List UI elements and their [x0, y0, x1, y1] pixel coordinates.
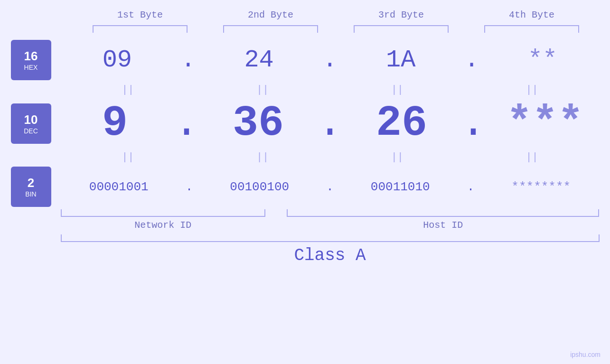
bin-val-3: 00011010	[371, 180, 430, 194]
bin-val-1: 00001001	[89, 180, 149, 194]
bracket-top-2	[223, 25, 318, 33]
bin-val-2-container: 00100100	[207, 180, 312, 194]
bin-badge-label: BIN	[25, 190, 36, 198]
hex-badge: 16 HEX	[11, 40, 51, 80]
hex-val-2-container: 24	[207, 46, 311, 74]
bin-dot-2: .	[326, 180, 334, 194]
class-row: Class A	[11, 246, 600, 265]
outer-bracket	[61, 234, 600, 242]
dec-val-2-container: 36	[206, 99, 310, 148]
dec-val-2: 36	[233, 99, 284, 148]
byte-4-header: 4th Byte	[479, 9, 584, 20]
top-brackets	[75, 25, 597, 33]
bin-dot-1: .	[186, 180, 193, 194]
hex-val-4-container: **	[490, 46, 595, 74]
main-container: 1st Byte 2nd Byte 3rd Byte 4th Byte 16 H…	[0, 0, 610, 364]
bin-badge-number: 2	[28, 176, 34, 190]
hex-val-3: 1A	[386, 46, 415, 74]
dec-values-row: 9 . 36 . 26 . ***	[61, 99, 600, 148]
hex-dot-2: .	[322, 46, 337, 74]
dec-badge: 10 DEC	[11, 103, 51, 144]
equals-row-1: || || || ||	[11, 80, 600, 99]
equals-2-2: ||	[210, 151, 315, 163]
bracket-top-4	[484, 25, 579, 33]
hex-val-1: 09	[103, 46, 132, 74]
byte-2-header: 2nd Byte	[218, 9, 323, 20]
equals-2-3: ||	[345, 151, 450, 163]
hex-val-1-container: 09	[65, 46, 169, 74]
hex-badge-label: HEX	[24, 64, 38, 71]
dec-val-4-container: ***	[493, 99, 597, 148]
bracket-gap	[265, 209, 287, 217]
bracket-top-1	[93, 25, 188, 33]
equals-1-3: ||	[345, 84, 450, 96]
equals-1-2: ||	[210, 84, 315, 96]
hex-val-3-container: 1A	[348, 46, 453, 74]
bottom-bracket-row: Network ID Host ID	[11, 209, 600, 231]
outer-bracket-row	[11, 234, 600, 242]
equals-signs-1: || || || ||	[61, 80, 600, 99]
hex-dot-1: .	[181, 46, 196, 74]
hex-values-row: 09 . 24 . 1A . **	[61, 46, 600, 74]
network-id-label: Network ID	[61, 220, 265, 231]
equals-row-2: || || || ||	[11, 148, 600, 167]
bin-badge: 2 BIN	[11, 167, 51, 207]
bin-values-row: 00001001 . 00100100 . 00011010 . *******…	[61, 180, 600, 194]
byte-1-header: 1st Byte	[88, 9, 192, 20]
hex-badge-number: 16	[24, 49, 38, 64]
bin-row: 2 BIN 00001001 . 00100100 . 00011010 . *…	[11, 167, 600, 207]
equals-1-1: ||	[75, 84, 180, 96]
equals-1-4: ||	[480, 84, 584, 96]
hex-val-4: **	[528, 46, 557, 74]
dec-val-3: 26	[376, 99, 427, 148]
dec-row: 10 DEC 9 . 36 . 26 . ***	[11, 99, 600, 148]
equals-signs-2: || || || ||	[61, 148, 600, 167]
hex-row: 16 HEX 09 . 24 . 1A . **	[11, 40, 600, 80]
bracket-top-3	[354, 25, 449, 33]
id-labels-row: Network ID Host ID	[61, 220, 600, 231]
bin-val-2: 00100100	[230, 180, 289, 194]
equals-2-1: ||	[75, 151, 180, 163]
dec-dot-3: .	[460, 99, 486, 148]
dec-val-1-container: 9	[63, 99, 167, 148]
host-id-label: Host ID	[287, 220, 599, 231]
byte-headers: 1st Byte 2nd Byte 3rd Byte 4th Byte	[75, 9, 597, 20]
dec-val-4: ***	[507, 99, 583, 148]
hex-dot-3: .	[464, 46, 479, 74]
byte-3-header: 3rd Byte	[349, 9, 453, 20]
class-label: Class A	[61, 246, 600, 265]
bin-val-3-container: 00011010	[348, 180, 452, 194]
watermark: ipshu.com	[570, 351, 601, 358]
bottom-section: Network ID Host ID	[61, 209, 600, 231]
bin-val-4-container: ********	[489, 180, 593, 194]
dec-dot-1: .	[174, 99, 199, 148]
dec-val-1: 9	[102, 99, 128, 148]
bin-val-1-container: 00001001	[66, 180, 171, 194]
dec-badge-number: 10	[24, 112, 38, 127]
network-bracket	[61, 209, 265, 217]
host-bracket	[287, 209, 599, 217]
bin-val-4: ********	[511, 180, 571, 194]
bin-dot-3: .	[467, 180, 475, 194]
equals-2-4: ||	[480, 151, 584, 163]
bottom-brackets-container	[61, 209, 600, 217]
dec-dot-2: .	[317, 99, 343, 148]
hex-val-2: 24	[244, 46, 273, 74]
dec-badge-label: DEC	[24, 127, 38, 135]
dec-val-3-container: 26	[349, 99, 454, 148]
